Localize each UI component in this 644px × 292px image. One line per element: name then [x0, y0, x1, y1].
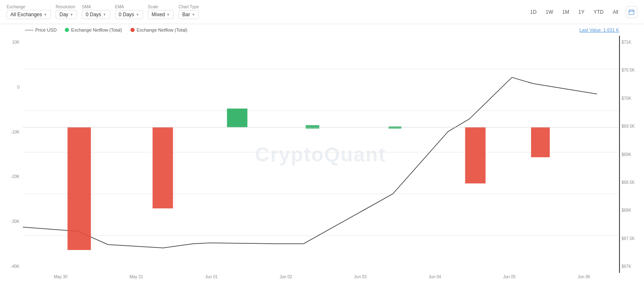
resolution-value: Day: [59, 12, 68, 17]
scale-label: Scale: [148, 5, 174, 9]
chart-type-dropdown-group: Chart Type Bar ▼: [179, 5, 199, 19]
y-axis-right: $71K $70.5K $70K $69.5K $69K $68.5K $68K…: [619, 36, 644, 273]
legend: Price USD Exchange Netflow (Total) Excha…: [0, 24, 644, 34]
chevron-down-icon: ▼: [44, 13, 47, 17]
sma-label: SMA: [82, 5, 110, 9]
y-left-neg20k: -20K: [3, 174, 20, 179]
toolbar: Exchange All Exchanges ▼ Resolution Day …: [0, 0, 644, 24]
x-label-may31: May 31: [130, 275, 143, 279]
sma-value: 0 Days: [86, 12, 101, 17]
svg-rect-0: [629, 10, 634, 15]
bar-jun04: [465, 127, 486, 183]
y-right-69k: $69K: [622, 152, 642, 157]
scale-value: Mixed: [152, 12, 165, 17]
y-right-70k: $70K: [622, 96, 642, 101]
y-right-71k: $71K: [622, 40, 642, 45]
legend-netflow-red: Exchange Netflow (Total): [130, 27, 187, 32]
time-btn-all[interactable]: All: [609, 7, 622, 17]
chevron-down-icon: ▼: [192, 13, 195, 17]
y-left-neg10k: -10K: [3, 130, 20, 134]
bar-jun05: [531, 127, 550, 157]
legend-netflow-red-label: Exchange Netflow (Total): [137, 27, 187, 32]
exchange-label: Exchange: [7, 5, 51, 9]
legend-netflow-green-label: Exchange Netflow (Total): [71, 27, 122, 32]
y-right-69-5k: $69.5K: [622, 124, 642, 129]
ema-dropdown[interactable]: 0 Days ▼: [115, 10, 143, 19]
chart-svg: [23, 36, 618, 273]
exchange-dropdown[interactable]: All Exchanges ▼: [7, 10, 51, 19]
scale-dropdown[interactable]: Mixed ▼: [148, 10, 174, 19]
sma-dropdown[interactable]: 0 Days ▼: [82, 10, 110, 19]
exchange-dropdown-group: Exchange All Exchanges ▼: [7, 5, 51, 19]
chart-area: 10K 0 -10K -20K -30K -40K $71K $70.5K $7…: [0, 36, 644, 273]
x-label-jun04: Jun 04: [429, 275, 441, 279]
time-btn-1m[interactable]: 1M: [558, 7, 573, 17]
chart-inner: CryptoQuant: [23, 36, 618, 273]
resolution-label: Resolution: [56, 5, 77, 9]
toolbar-right: 1D 1W 1M 1Y YTD All: [526, 6, 637, 18]
x-label-jun01: Jun 01: [205, 275, 218, 279]
netflow-red-icon: [130, 28, 135, 32]
time-buttons: 1D 1W 1M 1Y YTD All: [526, 7, 622, 17]
bar-may31: [152, 127, 173, 208]
exchange-value: All Exchanges: [10, 12, 42, 17]
y-left-neg30k: -30K: [3, 219, 20, 224]
ema-value: 0 Days: [119, 12, 134, 17]
x-label-jun06: Jun 06: [578, 275, 590, 279]
resolution-dropdown[interactable]: Day ▼: [56, 10, 77, 19]
time-btn-1d[interactable]: 1D: [526, 7, 541, 17]
time-btn-ytd[interactable]: YTD: [590, 7, 608, 17]
y-right-68k: $68K: [622, 208, 642, 213]
bar-may30: [67, 127, 91, 250]
ema-dropdown-group: EMA 0 Days ▼: [115, 5, 143, 19]
legend-price: Price USD: [25, 27, 57, 32]
chart-container: Price USD Exchange Netflow (Total) Excha…: [0, 24, 644, 292]
x-label-jun03: Jun 03: [354, 275, 366, 279]
legend-netflow-green: Exchange Netflow (Total): [65, 27, 122, 32]
chevron-down-icon: ▼: [167, 13, 170, 17]
bar-jun03: [388, 126, 401, 129]
chart-type-label: Chart Type: [179, 5, 199, 9]
scale-dropdown-group: Scale Mixed ▼: [148, 5, 174, 19]
y-right-67k: $67K: [622, 264, 642, 269]
bar-jun02: [306, 125, 320, 129]
y-right-68-5k: $68.5K: [622, 180, 642, 185]
ema-label: EMA: [115, 5, 143, 9]
chart-type-value: Bar: [182, 12, 190, 17]
netflow-green-icon: [65, 28, 69, 32]
price-line-icon: [25, 30, 33, 30]
y-right-67-5k: $67.5K: [622, 236, 642, 241]
y-axis-left: 10K 0 -10K -20K -30K -40K: [0, 36, 23, 273]
bar-jun01: [227, 109, 247, 127]
price-line: [23, 77, 597, 248]
chevron-down-icon: ▼: [70, 13, 73, 17]
chart-type-dropdown[interactable]: Bar ▼: [179, 10, 199, 19]
x-label-jun02: Jun 02: [280, 275, 292, 279]
resolution-dropdown-group: Resolution Day ▼: [56, 5, 77, 19]
time-btn-1w[interactable]: 1W: [541, 7, 557, 17]
y-left-neg40k: -40K: [3, 264, 20, 269]
last-value[interactable]: Last Value: 1.631 K: [580, 27, 619, 32]
time-btn-1y[interactable]: 1Y: [574, 7, 589, 17]
y-right-70-5k: $70.5K: [622, 68, 642, 72]
legend-price-label: Price USD: [35, 27, 57, 32]
chevron-down-icon: ▼: [103, 13, 106, 17]
y-left-0: 0: [3, 85, 20, 89]
calendar-icon: [629, 9, 634, 15]
x-label-jun05: Jun 05: [503, 275, 516, 279]
x-label-may30: May 30: [54, 275, 68, 279]
chevron-down-icon: ▼: [136, 13, 139, 17]
sma-dropdown-group: SMA 0 Days ▼: [82, 5, 110, 19]
x-axis: May 30 May 31 Jun 01 Jun 02 Jun 03 Jun 0…: [0, 273, 644, 279]
calendar-button[interactable]: [626, 6, 637, 18]
y-left-10k: 10K: [3, 40, 20, 45]
